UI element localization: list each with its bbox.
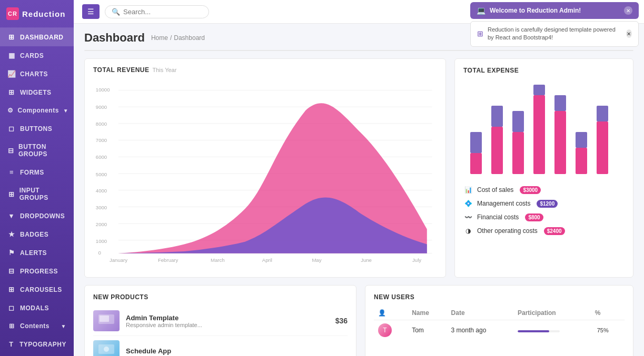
legend-badge-management: $1200 xyxy=(537,200,558,208)
page-title: Dashboard xyxy=(84,31,145,45)
col-participation: Participation xyxy=(513,306,591,320)
sidebar-item-alerts[interactable]: ⚑ ALERTS xyxy=(0,243,74,262)
svg-rect-30 xyxy=(470,132,482,153)
svg-rect-32 xyxy=(491,106,503,127)
stat-card-bounce: Bounce Rate 38% This month Last month 60… xyxy=(496,50,633,51)
svg-rect-44 xyxy=(100,316,109,322)
financial-icon: 〰️ xyxy=(463,212,473,222)
svg-text:3000: 3000 xyxy=(96,205,107,210)
sidebar-label-forms: FORMS xyxy=(20,169,44,176)
users-card-title: NEW USERS xyxy=(374,293,414,301)
product-info-0: Admin Template Responsive admin template… xyxy=(126,314,329,328)
alerts-icon: ⚑ xyxy=(7,249,16,257)
forms-icon: ≡ xyxy=(7,168,16,176)
svg-text:6000: 6000 xyxy=(96,154,107,160)
svg-text:4000: 4000 xyxy=(96,188,107,194)
sidebar-label-progress: PROGRESS xyxy=(20,268,58,275)
revenue-chart-title: TOTAL REVENUE xyxy=(93,66,150,74)
sidebar-item-dashboard[interactable]: ⊞ DASHBOARD xyxy=(0,28,74,46)
button-groups-icon: ⊟ xyxy=(7,147,14,155)
svg-rect-37 xyxy=(554,111,566,174)
sidebar-item-buttons[interactable]: ◻ BUTTONS xyxy=(0,119,74,138)
sidebar-item-input-groups[interactable]: ⊞ INPUT GROUPS xyxy=(0,181,74,207)
logo-text: Reduction xyxy=(22,9,65,18)
svg-rect-29 xyxy=(470,153,482,174)
revenue-chart-svg: 10000 9000 8000 7000 6000 5000 4000 3000… xyxy=(93,79,437,268)
expense-chart-title: TOTAL EXPENSE xyxy=(463,67,519,74)
topbar-wrapper: ☰ 🔍 💻 Welcome to Reduction Admin! ✕ ⊞ Re… xyxy=(74,0,644,24)
svg-rect-42 xyxy=(597,106,608,121)
col-pct: % xyxy=(591,306,625,320)
sidebar-item-modals[interactable]: ◻ MODALS xyxy=(0,299,74,317)
svg-text:June: June xyxy=(361,257,372,263)
search-box[interactable]: 🔍 xyxy=(105,5,209,18)
sidebar-item-typography[interactable]: T TYPOGRAPHY xyxy=(0,335,74,353)
sidebar-item-badges[interactable]: ★ BADGES xyxy=(0,225,74,243)
svg-text:April: April xyxy=(262,257,272,263)
contents-arrow-icon: ▼ xyxy=(61,323,66,329)
user-avatar-0: T xyxy=(378,323,392,337)
badges-icon: ★ xyxy=(7,230,16,238)
toast-1: 💻 Welcome to Reduction Admin! ✕ xyxy=(470,2,639,19)
other-costs-icon: ◑ xyxy=(463,226,473,236)
management-icon: 💠 xyxy=(463,199,473,208)
sidebar-item-charts[interactable]: 📈 CHARTS xyxy=(0,65,74,83)
product-name-0: Admin Template xyxy=(126,314,329,322)
contents-icon: ⊞ xyxy=(7,322,16,330)
legend-badge-other: $2400 xyxy=(544,227,565,235)
sidebar-item-widgets[interactable]: ⊞ WIDGETS xyxy=(0,83,74,101)
toast-1-close-button[interactable]: ✕ xyxy=(624,6,632,15)
svg-text:8000: 8000 xyxy=(96,121,107,127)
sidebar-label-button-groups: BUTTON GROUPS xyxy=(18,143,66,158)
logo-icon: CR xyxy=(6,7,19,20)
svg-rect-38 xyxy=(554,95,566,111)
stat-cards: Total Profit 9.8k This month Last month … xyxy=(84,50,633,51)
svg-rect-41 xyxy=(597,121,608,174)
users-card: NEW USERS 👤 Name Date Participation % xyxy=(365,285,633,356)
product-image-1 xyxy=(93,340,120,356)
svg-text:0: 0 xyxy=(98,250,101,256)
sidebar-item-contents[interactable]: ⊞ Contents ▼ xyxy=(0,317,74,335)
toast-2-icon: ⊞ xyxy=(477,29,483,38)
stat-card-users: New Users 3,400 This month Last month 90… xyxy=(359,50,496,51)
dashboard-icon: ⊞ xyxy=(7,33,16,41)
product-info-1: Schedule App xyxy=(126,347,341,355)
breadcrumb-current: Dashboard xyxy=(174,34,205,42)
toast-1-text: Welcome to Reduction Admin! xyxy=(490,7,581,14)
stat-card-visitors: Monthly Visitors 5,400 This month Last m… xyxy=(222,50,359,51)
product-name-1: Schedule App xyxy=(126,347,341,355)
sidebar-item-dropdowns[interactable]: ▾ DROPDOWNS xyxy=(0,207,74,225)
carousels-icon: ⊞ xyxy=(7,286,16,293)
product-image-0 xyxy=(93,310,120,331)
user-pct-0: 75% xyxy=(591,320,625,341)
svg-text:January: January xyxy=(110,257,127,263)
sidebar-item-components[interactable]: ⚙ Components ▼ xyxy=(0,101,74,119)
sidebar-label-input-groups: INPUT GROUPS xyxy=(19,187,66,201)
product-desc-0: Responsive admin template... xyxy=(126,322,329,328)
toast-2-close-button[interactable]: ✕ xyxy=(626,29,632,38)
search-input[interactable] xyxy=(123,8,202,16)
participation-fill-0 xyxy=(518,330,549,332)
sidebar-item-forms[interactable]: ≡ FORMS xyxy=(0,163,74,181)
sidebar-item-tables[interactable]: ⊞ TABLES xyxy=(0,353,74,356)
toast-2-text: Reduction is carefully designed template… xyxy=(488,26,622,42)
user-name-0: Tom xyxy=(408,320,447,341)
expense-chart-card: TOTAL EXPENSE xyxy=(454,58,633,278)
svg-rect-33 xyxy=(512,132,524,174)
col-date: Date xyxy=(447,306,513,320)
svg-rect-39 xyxy=(576,148,587,174)
col-name: Name xyxy=(408,306,447,320)
legend-item-management: 💠 Management costs $1200 xyxy=(463,199,625,208)
cards-icon: ▦ xyxy=(7,52,16,59)
menu-button[interactable]: ☰ xyxy=(82,4,100,19)
breadcrumb: Home / Dashboard xyxy=(151,34,205,42)
sidebar-item-carousels[interactable]: ⊞ CAROUSELS xyxy=(0,280,74,299)
progress-icon: ⊟ xyxy=(7,267,16,275)
sidebar-item-button-groups[interactable]: ⊟ BUTTON GROUPS xyxy=(0,138,74,163)
dropdowns-icon: ▾ xyxy=(7,212,16,220)
svg-text:May: May xyxy=(312,257,321,263)
sidebar-item-progress[interactable]: ⊟ PROGRESS xyxy=(0,262,74,280)
user-participation-0 xyxy=(513,320,591,341)
sidebar-item-cards[interactable]: ▦ CARDS xyxy=(0,46,74,65)
revenue-chart-card: TOTAL REVENUE This Year 10000 9000 8000 … xyxy=(84,58,446,278)
